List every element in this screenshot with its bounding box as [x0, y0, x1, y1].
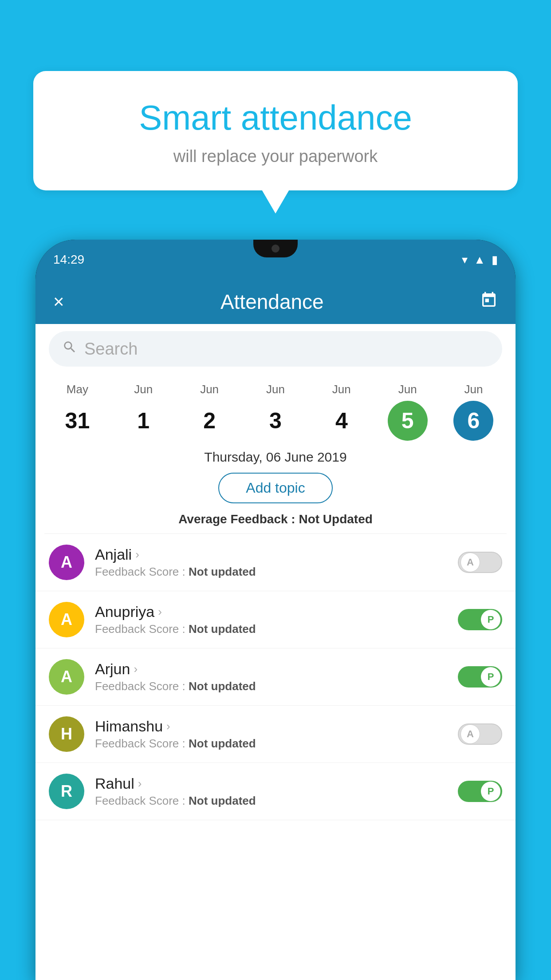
cal-date[interactable]: 3	[256, 401, 295, 441]
student-row[interactable]: AArjun ›Feedback Score : Not updatedP	[35, 648, 516, 706]
cal-day-4[interactable]: Jun4	[317, 383, 366, 441]
chevron-right-icon: ›	[135, 548, 139, 561]
calendar-icon[interactable]	[480, 291, 498, 313]
student-info: Arjun ›Feedback Score : Not updated	[95, 660, 447, 693]
toggle-knob: A	[460, 724, 480, 744]
search-placeholder: Search	[84, 340, 138, 359]
battery-icon: ▮	[492, 253, 498, 267]
toggle-knob: P	[481, 782, 500, 801]
speech-bubble: Smart attendance will replace your paper…	[33, 71, 518, 190]
search-icon	[62, 340, 77, 359]
close-button[interactable]: ×	[53, 291, 64, 312]
status-icons: ▾ ▲ ▮	[462, 253, 498, 267]
avatar: A	[49, 659, 84, 695]
avatar: A	[49, 545, 84, 580]
student-row[interactable]: AAnupriya ›Feedback Score : Not updatedP	[35, 591, 516, 648]
student-info: Anupriya ›Feedback Score : Not updated	[95, 603, 447, 636]
status-bar: 14:29 ▾ ▲ ▮	[35, 240, 516, 280]
avatar: H	[49, 716, 84, 752]
bubble-subtitle: will replace your paperwork	[60, 147, 491, 166]
cal-day-2[interactable]: Jun2	[185, 383, 234, 441]
status-time: 14:29	[53, 253, 84, 267]
feedback-score: Feedback Score : Not updated	[95, 680, 447, 693]
calendar-strip: May31Jun1Jun2Jun3Jun4Jun5Jun6	[35, 374, 516, 445]
cal-month: Jun	[266, 383, 285, 396]
cal-month: Jun	[464, 383, 483, 396]
student-name: Anjali ›	[95, 546, 447, 563]
student-info: Anjali ›Feedback Score : Not updated	[95, 546, 447, 579]
avg-feedback-value: Not Updated	[299, 512, 372, 526]
cal-day-1[interactable]: Jun1	[119, 383, 168, 441]
cal-date[interactable]: 4	[322, 401, 362, 441]
selected-date-label: Thursday, 06 June 2019	[35, 445, 516, 468]
chevron-right-icon: ›	[166, 719, 170, 733]
cal-month: Jun	[332, 383, 351, 396]
cal-date[interactable]: 6	[453, 401, 493, 441]
cal-month: May	[67, 383, 88, 396]
camera-dot	[272, 245, 279, 253]
wifi-icon: ▾	[462, 253, 468, 267]
student-info: Rahul ›Feedback Score : Not updated	[95, 775, 447, 808]
attendance-toggle[interactable]: P	[458, 609, 502, 630]
feedback-score: Feedback Score : Not updated	[95, 622, 447, 636]
attendance-toggle[interactable]: A	[458, 552, 502, 573]
cal-date[interactable]: 2	[189, 401, 229, 441]
chevron-right-icon: ›	[158, 605, 162, 619]
student-row[interactable]: HHimanshu ›Feedback Score : Not updatedA	[35, 706, 516, 763]
feedback-score: Feedback Score : Not updated	[95, 737, 447, 751]
header-title: Attendance	[220, 290, 324, 314]
signal-icon: ▲	[474, 253, 485, 267]
search-bar[interactable]: Search	[49, 331, 502, 367]
cal-day-6[interactable]: Jun6	[449, 383, 498, 441]
avatar: R	[49, 774, 84, 809]
cal-month: Jun	[200, 383, 219, 396]
cal-day-3[interactable]: Jun3	[251, 383, 300, 441]
toggle-knob: P	[481, 610, 500, 629]
app-header: × Attendance	[35, 280, 516, 324]
cal-day-5[interactable]: Jun5	[383, 383, 432, 441]
student-row[interactable]: AAnjali ›Feedback Score : Not updatedA	[35, 534, 516, 591]
chevron-right-icon: ›	[134, 662, 138, 676]
avatar: A	[49, 602, 84, 637]
attendance-toggle[interactable]: P	[458, 666, 502, 688]
avg-feedback: Average Feedback : Not Updated	[35, 508, 516, 533]
cal-month: Jun	[134, 383, 153, 396]
feedback-score: Feedback Score : Not updated	[95, 794, 447, 808]
cal-date[interactable]: 5	[388, 401, 428, 441]
feedback-score: Feedback Score : Not updated	[95, 565, 447, 579]
attendance-toggle[interactable]: P	[458, 781, 502, 802]
avg-feedback-prefix: Average Feedback :	[178, 512, 299, 526]
student-name: Rahul ›	[95, 775, 447, 792]
student-name: Himanshu ›	[95, 718, 447, 735]
phone-frame: 14:29 ▾ ▲ ▮ × Attendance Search	[35, 240, 516, 980]
attendance-toggle[interactable]: A	[458, 723, 502, 745]
cal-day-0[interactable]: May31	[53, 383, 102, 441]
student-row[interactable]: RRahul ›Feedback Score : Not updatedP	[35, 763, 516, 820]
cal-month: Jun	[398, 383, 417, 396]
chevron-right-icon: ›	[138, 777, 142, 790]
student-name: Anupriya ›	[95, 603, 447, 620]
toggle-knob: P	[481, 667, 500, 687]
add-topic-button[interactable]: Add topic	[218, 473, 332, 503]
bubble-title: Smart attendance	[60, 98, 491, 138]
toggle-knob: A	[460, 553, 480, 572]
cal-date[interactable]: 31	[57, 401, 97, 441]
notch	[253, 240, 298, 257]
phone-content: Search May31Jun1Jun2Jun3Jun4Jun5Jun6 Thu…	[35, 324, 516, 980]
student-info: Himanshu ›Feedback Score : Not updated	[95, 718, 447, 751]
student-name: Arjun ›	[95, 660, 447, 678]
student-list: AAnjali ›Feedback Score : Not updatedAAA…	[35, 534, 516, 820]
cal-date[interactable]: 1	[123, 401, 163, 441]
